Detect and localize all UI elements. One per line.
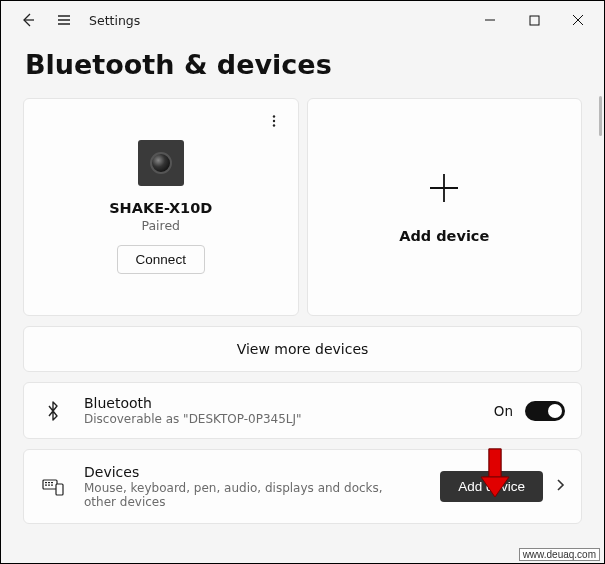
svg-rect-6 — [48, 482, 50, 483]
device-cards-row: SHAKE-X10D Paired Connect Add device — [23, 98, 582, 316]
titlebar-left: Settings — [11, 5, 140, 35]
minimize-button[interactable] — [468, 5, 512, 35]
page-title: Bluetooth & devices — [25, 49, 582, 80]
bluetooth-text: Bluetooth Discoverable as "DESKTOP-0P345… — [84, 395, 494, 426]
devices-icon — [40, 478, 66, 496]
bluetooth-toggle[interactable] — [525, 401, 565, 421]
svg-point-1 — [272, 115, 274, 117]
chevron-right-icon — [555, 477, 565, 496]
devices-row[interactable]: Devices Mouse, keyboard, pen, audio, dis… — [23, 449, 582, 524]
add-device-button[interactable]: Add device — [440, 471, 543, 502]
maximize-icon — [529, 15, 540, 26]
close-button[interactable] — [556, 5, 600, 35]
device-more-button[interactable] — [262, 109, 286, 133]
menu-button[interactable] — [47, 5, 81, 35]
bluetooth-row[interactable]: Bluetooth Discoverable as "DESKTOP-0P345… — [23, 382, 582, 439]
device-status: Paired — [141, 218, 180, 233]
devices-title: Devices — [84, 464, 440, 480]
svg-rect-5 — [45, 482, 47, 483]
watermark: www.deuaq.com — [519, 548, 600, 561]
svg-rect-7 — [51, 482, 53, 483]
devices-text: Devices Mouse, keyboard, pen, audio, dis… — [84, 464, 440, 509]
arrow-left-icon — [20, 12, 36, 28]
view-more-devices-button[interactable]: View more devices — [23, 326, 582, 372]
plus-icon — [426, 170, 462, 206]
bluetooth-title: Bluetooth — [84, 395, 494, 411]
svg-rect-10 — [51, 484, 53, 485]
bluetooth-subtitle: Discoverable as "DESKTOP-0P345LJ" — [84, 412, 404, 426]
device-name: SHAKE-X10D — [109, 200, 212, 216]
maximize-button[interactable] — [512, 5, 556, 35]
content-area: Bluetooth & devices SHAKE-X10D Paired Co… — [1, 49, 604, 544]
bluetooth-icon — [40, 400, 66, 422]
bluetooth-toggle-label: On — [494, 403, 513, 419]
add-device-card[interactable]: Add device — [307, 98, 583, 316]
back-button[interactable] — [11, 5, 45, 35]
speaker-device-icon — [138, 140, 184, 186]
devices-subtitle: Mouse, keyboard, pen, audio, displays an… — [84, 481, 404, 509]
svg-rect-0 — [530, 16, 539, 25]
toggle-knob — [548, 404, 562, 418]
more-vertical-icon — [267, 114, 281, 128]
close-icon — [572, 14, 584, 26]
hamburger-icon — [56, 12, 72, 28]
view-more-label: View more devices — [237, 341, 369, 357]
add-device-label: Add device — [399, 228, 489, 244]
svg-rect-9 — [48, 484, 50, 485]
svg-point-2 — [272, 120, 274, 122]
minimize-icon — [484, 14, 496, 26]
window-controls — [468, 5, 600, 35]
svg-rect-11 — [56, 484, 63, 495]
svg-rect-8 — [45, 484, 47, 485]
scrollbar-thumb[interactable] — [599, 96, 602, 136]
bluetooth-toggle-group: On — [494, 401, 565, 421]
svg-point-3 — [272, 124, 274, 126]
titlebar: Settings — [1, 1, 604, 39]
window-title: Settings — [89, 13, 140, 28]
paired-device-card[interactable]: SHAKE-X10D Paired Connect — [23, 98, 299, 316]
connect-button[interactable]: Connect — [117, 245, 205, 274]
